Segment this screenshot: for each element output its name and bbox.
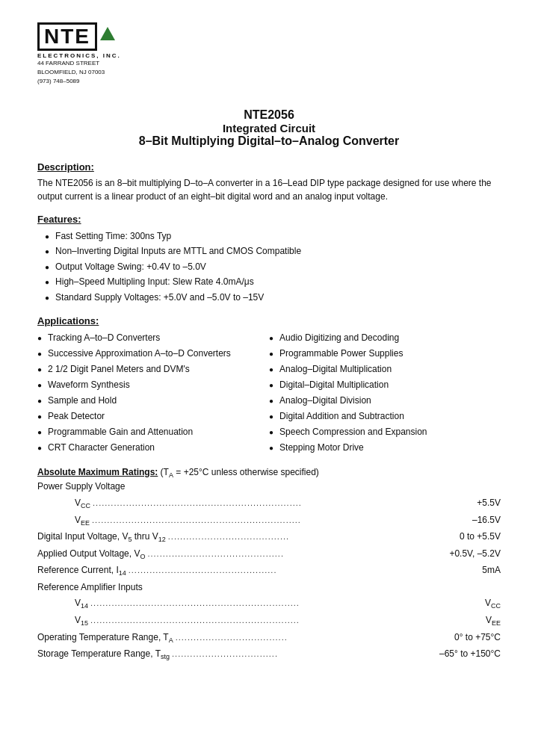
logo-nte: NTE (37, 22, 97, 51)
app-list-2: Audio Digitizing and Decoding Programmab… (269, 330, 493, 456)
ratings-row: V14 ....................................… (37, 595, 501, 613)
ratings-dots: ........................................… (90, 496, 477, 511)
features-section: Features: Fast Setting Time: 300ns Typ N… (37, 214, 501, 305)
ratings-row: VEE ....................................… (37, 512, 501, 530)
list-item: 2 1/2 Digit Panel Meters and DVM's (37, 362, 262, 377)
ratings-row: Storage Temperature Range, Tstg ........… (37, 646, 501, 663)
page: NTE ELECTRONICS, INC. 44 FARRAND STREET … (0, 0, 538, 756)
list-item: Tracking A–to–D Converters (37, 330, 262, 346)
list-item: Programmable Power Supplies (269, 346, 493, 362)
ratings-value: +5.5V (477, 495, 501, 512)
ratings-section: Absolute Maximum Ratings: (TA = +25°C un… (37, 466, 501, 663)
ratings-dots: ........................................… (145, 547, 449, 562)
ratings-value: +0.5V, –5.2V (449, 546, 501, 563)
ratings-value: VCC (485, 595, 501, 613)
list-item: Analog–Digital Division (269, 393, 493, 409)
list-item: High–Speed Multipling Input: Slew Rate 4… (45, 274, 501, 289)
ratings-row: Applied Output Voltage, VO .............… (37, 546, 501, 563)
list-item: Stepping Motor Drive (269, 440, 493, 456)
title-section: NTE2056 Integrated Circuit 8–Bit Multipl… (37, 108, 501, 148)
ratings-label: Power Supply Voltage (37, 479, 125, 495)
list-item: Sample and Hold (37, 393, 262, 409)
ratings-value: –16.5V (472, 512, 501, 529)
list-item: Successive Approximation A–to–D Converte… (37, 346, 262, 362)
part-number: NTE2056 (37, 108, 501, 122)
list-item: Standard Supply Voltages: +5.0V and –5.0… (45, 290, 501, 305)
ratings-dots: ........................................… (88, 596, 485, 611)
ratings-label: VCC (75, 495, 90, 512)
ratings-dots: ................................... (170, 647, 439, 662)
ratings-label: Reference Current, I14 (37, 563, 126, 580)
ratings-row: Reference Amplifier Inputs (37, 580, 501, 596)
ratings-row: Reference Current, I14 .................… (37, 563, 501, 580)
ratings-value: –65° to +150°C (439, 646, 501, 663)
ratings-dots: ........................................… (88, 613, 486, 628)
ratings-label: V15 (75, 613, 88, 630)
applications-title: Applications: (37, 315, 501, 326)
features-title: Features: (37, 214, 501, 225)
logo-area: NTE ELECTRONICS, INC. 44 FARRAND STREET … (37, 22, 501, 86)
ratings-row: VCC ....................................… (37, 495, 501, 512)
list-item: Waveform Synthesis (37, 377, 262, 393)
ratings-dots: ..................................... (173, 630, 454, 645)
list-item: Digital–Digital Multiplication (269, 377, 493, 393)
description-section: Description: The NTE2056 is an 8–bit mul… (37, 161, 501, 203)
list-item: CRT Character Generation (37, 440, 262, 456)
ratings-label: VEE (75, 512, 90, 530)
ratings-subtitle: (TA = +25°C unless otherwise specified) (161, 467, 319, 477)
ratings-value: 0 to +5.5V (460, 529, 501, 545)
logo-address: 44 FARRAND STREET BLOOMFIELD, NJ 07003 (… (37, 59, 501, 86)
description-text: The NTE2056 is an 8–bit multiplying D–to… (37, 176, 501, 203)
list-item: Speech Compression and Expansion (269, 424, 493, 440)
ratings-row: Power Supply Voltage (37, 479, 501, 495)
ratings-value: 0° to +75°C (454, 630, 501, 646)
ratings-row: V15 ....................................… (37, 613, 501, 630)
ratings-value: 5mA (482, 563, 501, 579)
ratings-dots: ........................................… (126, 563, 483, 578)
ratings-label: Operating Temperature Range, TA (37, 630, 173, 647)
app-col-1: Tracking A–to–D Converters Successive Ap… (37, 330, 269, 456)
description-title: Description: (37, 161, 501, 173)
app-col-2: Audio Digitizing and Decoding Programmab… (269, 330, 501, 456)
logo-electronics: ELECTRONICS, INC. (37, 52, 501, 59)
list-item: Digital Addition and Subtraction (269, 409, 493, 424)
ratings-row: Operating Temperature Range, TA ........… (37, 630, 501, 647)
list-item: Output Voltage Swing: +0.4V to –5.0V (45, 259, 501, 274)
ratings-label: Reference Amplifier Inputs (37, 580, 143, 596)
ic-description: 8–Bit Multiplying Digital–to–Analog Conv… (37, 134, 501, 148)
ratings-dots: ........................................… (90, 513, 472, 528)
ratings-row: Digital Input Voltage, V5 thru V12 .....… (37, 529, 501, 546)
ratings-label: Applied Output Voltage, VO (37, 546, 145, 563)
list-item: Audio Digitizing and Decoding (269, 330, 493, 346)
applications-grid: Tracking A–to–D Converters Successive Ap… (37, 330, 501, 456)
ratings-label: V14 (75, 595, 88, 613)
list-item: Programmable Gain and Attenuation (37, 424, 262, 440)
list-item: Peak Detector (37, 409, 262, 424)
logo-diamond-icon (100, 27, 115, 40)
logo-box: NTE (37, 22, 501, 51)
ratings-dots: ........................................ (166, 530, 460, 545)
ratings-value: VEE (486, 613, 501, 630)
list-item: Non–Inverting Digital Inputs are MTTL an… (45, 244, 501, 258)
ratings-label: Digital Input Voltage, V5 thru V12 (37, 529, 166, 546)
ratings-label: Storage Temperature Range, Tstg (37, 646, 170, 663)
app-list-1: Tracking A–to–D Converters Successive Ap… (37, 330, 262, 456)
ratings-title: Absolute Maximum Ratings: (37, 467, 158, 477)
ic-type: Integrated Circuit (37, 122, 501, 134)
list-item: Fast Setting Time: 300ns Typ (45, 229, 501, 244)
list-item: Analog–Digital Multiplication (269, 362, 493, 377)
features-list: Fast Setting Time: 300ns Typ Non–Inverti… (37, 229, 501, 305)
applications-section: Applications: Tracking A–to–D Converters… (37, 315, 501, 456)
